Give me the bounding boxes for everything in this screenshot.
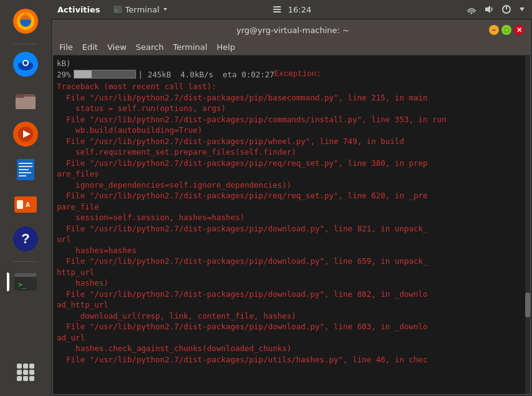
- traceback-line-6: self.requirement_set.prepare_files(self.…: [57, 147, 526, 158]
- power-icon[interactable]: [501, 4, 512, 15]
- svg-point-6: [24, 61, 27, 65]
- traceback-line-23: ad_url: [57, 332, 526, 344]
- topbar-time: 16:24: [288, 5, 311, 14]
- svg-rect-32: [273, 11, 281, 12]
- taskbar-divider-2: [13, 261, 38, 262]
- traceback-line-22: File "/usr/lib/python2.7/dist-packages/p…: [57, 321, 526, 332]
- svg-marker-34: [485, 6, 490, 13]
- sidebar-item-files[interactable]: [9, 83, 42, 115]
- traceback-line-12: session=self.session, hashes=hashes): [57, 212, 526, 223]
- svg-rect-18: [19, 175, 26, 176]
- menu-help[interactable]: Help: [216, 42, 235, 52]
- progress-fill: [74, 70, 92, 78]
- taskbar: A ? >_: [0, 0, 51, 396]
- topbar-chevron-icon[interactable]: [518, 6, 526, 13]
- svg-rect-16: [19, 169, 29, 170]
- menu-search[interactable]: Search: [136, 42, 164, 52]
- software-icon: A: [12, 190, 39, 218]
- files-icon: [12, 85, 39, 113]
- traceback-line-10: File "/usr/lib/python2.7/dist-packages/p…: [57, 190, 526, 201]
- terminal-titlebar: yrg@yrg-virtual-machine: ~ − □ ✕: [53, 21, 530, 39]
- menu-file[interactable]: File: [59, 42, 73, 52]
- sidebar-item-apps[interactable]: [9, 356, 42, 389]
- svg-marker-37: [520, 7, 525, 11]
- svg-text:>_: >_: [18, 281, 27, 289]
- firefox-icon: [12, 7, 39, 35]
- menu-icon: [272, 4, 282, 14]
- rhythmbox-icon: [12, 120, 39, 148]
- svg-point-33: [471, 12, 473, 14]
- traceback-line-1: File "/usr/lib/python2.7/dist-packages/p…: [57, 92, 526, 104]
- traceback-line-20: ad_http_url: [57, 299, 526, 311]
- traceback-content: Traceback (most recent call last): File …: [57, 81, 526, 365]
- sidebar-item-writer[interactable]: [9, 153, 42, 185]
- traceback-line-16: File "/usr/lib/python2.7/dist-packages/p…: [57, 256, 526, 267]
- terminal-progress-line: 29% | 245kB 4.0kB/s eta 0:02:27 Exceptio…: [57, 69, 526, 80]
- svg-rect-31: [273, 9, 281, 10]
- sidebar-item-firefox[interactable]: [9, 5, 42, 37]
- terminal-taskbar-icon: >_: [12, 268, 39, 296]
- topbar: Activities >_ Terminal 16:24: [51, 0, 532, 19]
- minimize-button[interactable]: −: [489, 25, 499, 35]
- progress-bar: [74, 70, 136, 79]
- traceback-line-21: _download_url(resp, link, content_file, …: [57, 311, 526, 322]
- menu-edit[interactable]: Edit: [82, 42, 98, 52]
- terminal-app-label[interactable]: Terminal: [125, 5, 160, 14]
- menu-view[interactable]: View: [107, 42, 127, 52]
- traceback-line-15: hashes=hashes: [57, 245, 526, 256]
- terminal-line-kb: kB): [57, 58, 526, 69]
- menu-terminal[interactable]: Terminal: [173, 42, 207, 52]
- sidebar-item-thunderbird[interactable]: [9, 48, 42, 80]
- close-button[interactable]: ✕: [514, 25, 524, 35]
- svg-rect-30: [273, 6, 281, 7]
- svg-text:A: A: [26, 201, 30, 208]
- traceback-line-25: File "/usr/lib/python2.7/dist-packages/p…: [57, 354, 526, 365]
- traceback-line-13: File "/usr/lib/python2.7/dist-packages/p…: [57, 223, 526, 234]
- traceback-line-5: File "/usr/lib/python2.7/dist-packages/p…: [57, 136, 526, 147]
- sidebar-item-terminal[interactable]: >_: [9, 266, 42, 298]
- scrollbar-thumb[interactable]: [525, 292, 530, 317]
- chevron-down-icon: [162, 6, 168, 12]
- svg-rect-9: [16, 94, 24, 98]
- traceback-line-18: hashes): [57, 278, 526, 289]
- topbar-center: 16:24: [272, 4, 311, 14]
- svg-rect-15: [19, 166, 32, 167]
- topbar-left: Activities >_ Terminal: [57, 4, 168, 14]
- svg-rect-17: [19, 172, 31, 173]
- network-icon[interactable]: [466, 4, 477, 15]
- svg-rect-20: [17, 200, 23, 209]
- traceback-line-11: pare_file: [57, 201, 526, 213]
- writer-icon: [12, 155, 39, 183]
- traceback-line-2: status = self.run(options, args): [57, 103, 526, 114]
- traceback-line-19: File "/usr/lib/python2.7/dist-packages/p…: [57, 289, 526, 300]
- sidebar-item-help[interactable]: ?: [9, 223, 42, 255]
- sidebar-item-rhythmbox[interactable]: [9, 118, 42, 150]
- volume-icon[interactable]: [483, 4, 495, 15]
- activities-button[interactable]: Activities: [57, 5, 100, 14]
- help-icon: ?: [12, 225, 39, 253]
- traceback-line-24: hashes.check_against_chunks(downloaded_c…: [57, 343, 526, 354]
- traceback-line-7: File "/usr/lib/python2.7/dist-packages/p…: [57, 158, 526, 169]
- terminal-topbar-icon: >_: [113, 4, 123, 14]
- main-area: Activities >_ Terminal 16:24: [51, 0, 532, 396]
- svg-text:?: ?: [21, 231, 29, 246]
- terminal-window: yrg@yrg-virtual-machine: ~ − □ ✕ File Ed…: [52, 20, 531, 395]
- sidebar-item-software[interactable]: A: [9, 188, 42, 220]
- traceback-line-9: ignore_dependencies=self.ignore_dependen…: [57, 180, 526, 191]
- traceback-line-17: http_url: [57, 267, 526, 278]
- topbar-right: [466, 4, 526, 15]
- taskbar-divider-1: [13, 44, 38, 44]
- taskbar-bottom: [9, 356, 42, 391]
- terminal-content[interactable]: kB) 29% | 245kB 4.0kB/s eta 0:02:27 Exce…: [53, 56, 530, 394]
- terminal-scrollbar[interactable]: [525, 56, 530, 394]
- terminal-controls: − □ ✕: [489, 25, 524, 35]
- exception-label: Exception:: [274, 69, 321, 80]
- terminal-app-indicator: >_ Terminal: [113, 4, 168, 14]
- traceback-line-0: Traceback (most recent call last):: [57, 81, 526, 92]
- svg-text:>_: >_: [115, 8, 120, 13]
- maximize-button[interactable]: □: [501, 25, 511, 35]
- traceback-line-4: wb.build(autobuilding=True): [57, 125, 526, 136]
- traceback-line-8: are_files: [57, 168, 526, 180]
- svg-rect-25: [14, 273, 37, 277]
- traceback-line-3: File "/usr/lib/python2.7/dist-packages/p…: [57, 114, 526, 125]
